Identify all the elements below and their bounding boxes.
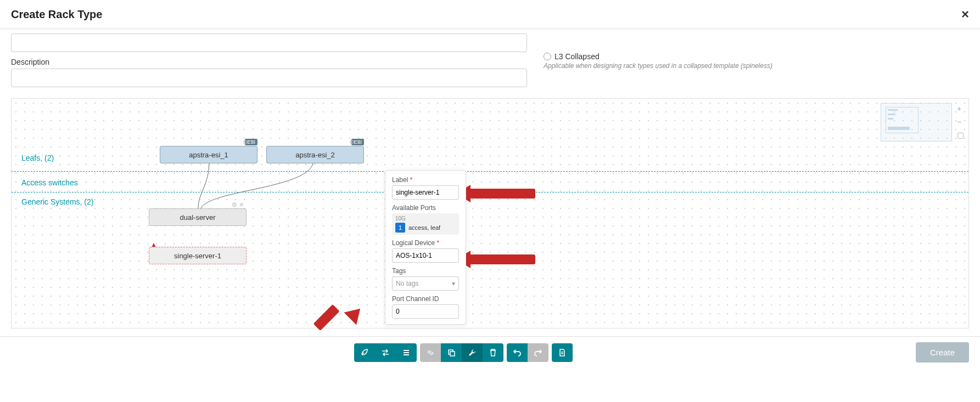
topology-canvas[interactable]: Leafs, (2) Access switches Generic Syste…: [11, 98, 969, 329]
gear-icon[interactable]: ⚙: [232, 201, 237, 208]
document-button[interactable]: [552, 343, 573, 362]
list-tool-button[interactable]: [396, 343, 417, 362]
logical-device-input[interactable]: [392, 248, 459, 263]
zoom-out-icon[interactable]: −: [957, 117, 964, 126]
node-label: dual-server: [180, 213, 215, 222]
svg-rect-1: [450, 352, 455, 356]
name-input[interactable]: [11, 33, 527, 52]
tags-select[interactable]: No tags ▾: [392, 276, 459, 291]
port-roles: access, leaf: [408, 224, 440, 231]
warning-icon: ▲: [150, 241, 157, 248]
swap-tool-button[interactable]: [375, 343, 396, 362]
l3-collapsed-option[interactable]: L3 Collapsed: [544, 52, 969, 61]
copy-tool-button[interactable]: [441, 343, 462, 362]
zoom-in-icon[interactable]: +: [957, 104, 964, 113]
close-icon[interactable]: ×: [961, 7, 969, 22]
link-tool-button[interactable]: [420, 343, 441, 362]
gear-icon[interactable]: ⚙: [243, 139, 248, 146]
close-icon[interactable]: ✕: [239, 201, 244, 208]
close-icon[interactable]: ✕: [356, 139, 361, 146]
l3-collapsed-help: Applicable when designing rack types use…: [544, 62, 969, 70]
node-dual-server[interactable]: ⚙✕ dual-server: [149, 208, 247, 226]
description-label: Description: [11, 58, 527, 66]
node-label: apstra-esi_2: [295, 151, 335, 159]
node-leaf1[interactable]: ESI ⚙✕ apstra-esi_1: [160, 146, 257, 163]
available-ports: 10G 1 access, leaf: [392, 213, 459, 235]
zoom-fit-icon[interactable]: ▢: [957, 131, 964, 139]
radio-icon: [544, 53, 551, 60]
port-speed: 10G: [395, 216, 456, 222]
close-icon[interactable]: ✕: [250, 139, 255, 146]
undo-button[interactable]: [507, 343, 528, 362]
wrench-tool-button[interactable]: [462, 343, 483, 362]
l3-collapsed-label: L3 Collapsed: [555, 52, 600, 61]
node-label: single-server-1: [174, 252, 221, 260]
leaf-tool-button[interactable]: [354, 343, 375, 362]
delete-tool-button[interactable]: [483, 343, 503, 362]
description-input[interactable]: [11, 69, 527, 87]
node-label: apstra-esi_1: [189, 151, 228, 159]
tags-placeholder: No tags: [396, 280, 418, 287]
row-leafs-label: Leafs, (2): [21, 154, 54, 162]
page-title: Create Rack Type: [11, 8, 102, 21]
toolbar: [354, 343, 573, 362]
node-leaf2[interactable]: ESI ⚙✕ apstra-esi_2: [266, 146, 364, 163]
logical-device-label: Logical Device: [392, 239, 435, 247]
node-properties-popover: Label * Available Ports 10G 1 access, le…: [385, 170, 466, 325]
gear-icon[interactable]: ⚙: [349, 139, 355, 146]
row-access-label: Access switches: [21, 178, 78, 187]
port-channel-id-label: Port Channel ID: [392, 295, 459, 303]
available-ports-label: Available Ports: [392, 204, 459, 212]
tags-label: Tags: [392, 267, 459, 275]
port-channel-id-input[interactable]: [392, 304, 459, 319]
minimap[interactable]: [881, 103, 952, 141]
node-single-server[interactable]: ▲ single-server-1: [149, 247, 247, 264]
port-count-badge: 1: [395, 223, 405, 233]
chevron-down-icon: ▾: [452, 280, 455, 287]
redo-button[interactable]: [528, 343, 548, 362]
row-generic-label: Generic Systems, (2): [21, 197, 93, 206]
label-input[interactable]: [392, 185, 459, 200]
label-field-label: Label: [392, 176, 408, 184]
create-button[interactable]: Create: [916, 342, 969, 363]
